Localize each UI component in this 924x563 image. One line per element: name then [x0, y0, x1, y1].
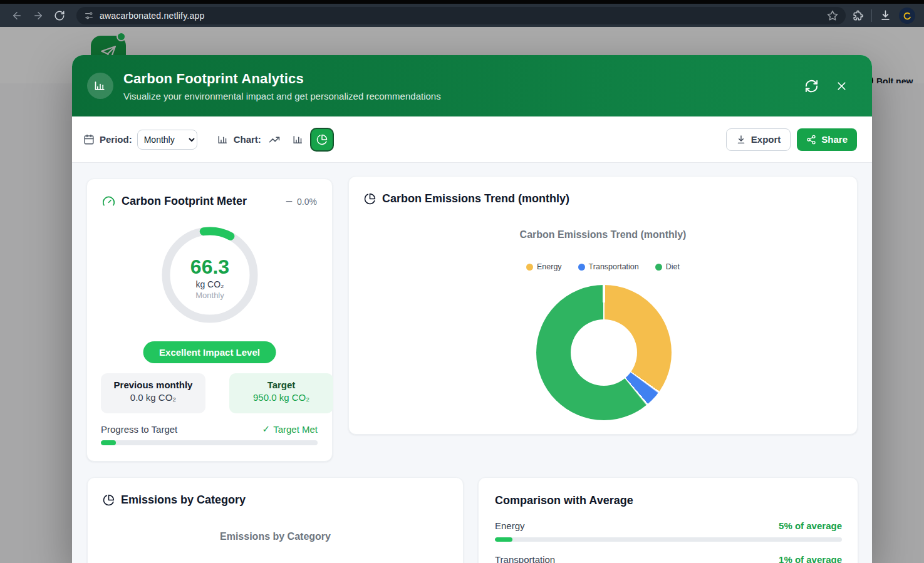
- legend-dot-energy: [526, 264, 533, 271]
- modal-toolbar: Period: Monthly Chart:: [72, 116, 872, 163]
- analytics-modal: Carbon Footprint Analytics Visualize you…: [72, 55, 872, 563]
- modal-header: Carbon Footprint Analytics Visualize you…: [72, 55, 872, 116]
- comparison-row-energy: Energy 5% of average: [495, 520, 842, 531]
- trend-title: Carbon Emissions Trend (monthly): [382, 192, 569, 205]
- gauge-icon: [102, 195, 115, 208]
- bar-chart-icon: [293, 134, 304, 145]
- calendar-icon: [83, 134, 95, 145]
- refresh-icon[interactable]: [804, 79, 819, 93]
- category-title: Emissions by Category: [121, 493, 246, 507]
- legend-item-transportation[interactable]: Transportation: [578, 262, 639, 271]
- pie-chart-icon: [364, 193, 376, 205]
- pie-chart-icon: [316, 134, 328, 145]
- emissions-trend-card: Carbon Emissions Trend (monthly) Carbon …: [348, 176, 858, 435]
- site-settings-icon[interactable]: [84, 11, 94, 21]
- address-bar[interactable]: awacarbonated.netlify.app: [76, 7, 846, 24]
- modal-subtitle: Visualize your environmental impact and …: [123, 91, 441, 101]
- bar-chart-button[interactable]: [288, 129, 309, 150]
- pie-chart-button[interactable]: [311, 129, 333, 150]
- trend-chart-title: Carbon Emissions Trend (monthly): [349, 229, 857, 240]
- pie-chart-icon: [103, 494, 115, 506]
- app-root: awacarbonated.netlify.app AwaCarbon: [0, 0, 924, 563]
- comparison-title: Comparison with Average: [495, 494, 633, 507]
- chart-label: Chart:: [234, 134, 261, 145]
- comparison-card: Comparison with Average Energy 5% of ave…: [478, 477, 858, 563]
- toolbar-divider: [871, 9, 872, 22]
- download-icon: [736, 135, 746, 145]
- legend-dot-transportation: [578, 264, 585, 271]
- reload-icon[interactable]: [51, 8, 68, 24]
- comparison-row-transportation: Transportation 1% of average: [495, 554, 842, 563]
- gauge-value: 66.3: [161, 256, 259, 277]
- gauge-chart: 66.3 kg CO₂ Monthly: [161, 226, 259, 324]
- meter-title: Carbon Footprint Meter: [122, 195, 247, 208]
- meter-delta: 0.0%: [284, 197, 317, 207]
- target-progress-bar: [101, 440, 318, 445]
- bookmark-star-icon[interactable]: [827, 10, 838, 21]
- line-chart-button[interactable]: [264, 129, 285, 150]
- trending-up-icon: [269, 134, 280, 145]
- chart-legend: Energy Transportation Diet: [349, 262, 857, 271]
- bar-chart-icon: [87, 73, 113, 99]
- browser-toolbar: awacarbonated.netlify.app: [0, 0, 924, 27]
- downloads-icon[interactable]: [880, 9, 891, 21]
- doughnut-chart: [536, 285, 672, 420]
- comparison-bar-energy: [495, 537, 842, 542]
- previous-stat-box: Previous monthly 0.0 kg CO₂: [101, 373, 205, 413]
- period-select[interactable]: Monthly: [137, 130, 197, 150]
- url-text: awacarbonated.netlify.app: [100, 11, 204, 21]
- modal-title: Carbon Footprint Analytics: [123, 71, 441, 87]
- gauge-unit: kg CO₂: [161, 279, 259, 289]
- forward-icon[interactable]: [30, 8, 46, 24]
- emissions-by-category-card: Emissions by Category Emissions by Categ…: [87, 477, 464, 563]
- legend-item-diet[interactable]: Diet: [655, 262, 680, 271]
- category-chart-title: Emissions by Category: [88, 531, 463, 542]
- target-met-status: ✓ Target Met: [262, 423, 318, 435]
- back-icon[interactable]: [9, 8, 25, 24]
- legend-dot-diet: [655, 264, 662, 271]
- browser-profile-avatar[interactable]: [899, 8, 915, 24]
- doughnut-hole: [571, 319, 637, 386]
- chart-label-icon: [217, 134, 229, 145]
- progress-label: Progress to Target: [101, 424, 177, 435]
- period-label: Period:: [100, 134, 132, 145]
- check-icon: ✓: [262, 423, 271, 435]
- minus-icon: [284, 197, 294, 206]
- share-icon: [806, 135, 816, 145]
- target-stat-box: Target 950.0 kg CO₂: [229, 373, 333, 413]
- legend-item-energy[interactable]: Energy: [526, 262, 562, 271]
- export-button[interactable]: Export: [726, 128, 791, 151]
- extensions-puzzle-icon[interactable]: [852, 9, 864, 21]
- carbon-footprint-meter-card: Carbon Footprint Meter 0.0% 66.3 kg CO₂ …: [86, 178, 333, 462]
- share-button[interactable]: Share: [797, 128, 857, 151]
- impact-level-badge: Excellent Impact Level: [143, 341, 276, 363]
- gauge-period: Monthly: [161, 291, 259, 300]
- close-icon[interactable]: [835, 80, 848, 93]
